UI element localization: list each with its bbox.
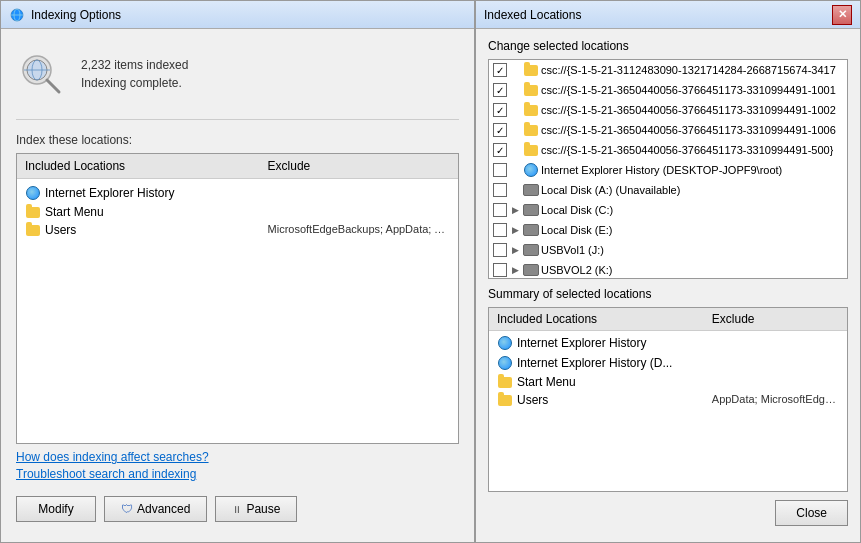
expand-icon[interactable]: ▶ xyxy=(509,244,521,256)
header-exclude: Exclude xyxy=(260,157,458,175)
header-included: Included Locations xyxy=(17,157,260,175)
tree-checkbox[interactable] xyxy=(493,223,507,237)
tree-item-label: Local Disk (C:) xyxy=(541,204,613,216)
bottom-links: How does indexing affect searches? Troub… xyxy=(16,444,459,488)
expand-icon[interactable]: ▶ xyxy=(509,224,521,236)
folder-icon xyxy=(523,82,539,98)
expand-icon[interactable]: ▶ xyxy=(509,264,521,276)
locations-tree: csc://{S-1-5-21-3112483090-1321714284-26… xyxy=(488,59,848,279)
dialog-close-button[interactable]: ✕ xyxy=(832,5,852,25)
how-does-link[interactable]: How does indexing affect searches? xyxy=(16,450,459,464)
ie-icon xyxy=(25,185,41,201)
tree-item-label: USBVol1 (J:) xyxy=(541,244,604,256)
tree-item[interactable]: ▶ USBVol1 (J:) xyxy=(489,240,847,260)
tree-checkbox[interactable] xyxy=(493,63,507,77)
window-icon xyxy=(9,7,25,23)
location-name: Users xyxy=(45,223,76,237)
dialog-titlebar: Indexed Locations ✕ xyxy=(476,1,860,29)
tree-item-label: USBVOL2 (K:) xyxy=(541,264,613,276)
tree-item-label: Local Disk (A:) (Unavailable) xyxy=(541,184,680,196)
pause-icon: ⏸ xyxy=(232,504,242,515)
summary-table: Included Locations Exclude Internet Expl… xyxy=(488,307,848,492)
list-item[interactable]: Start Menu xyxy=(17,203,458,221)
change-locations-label: Change selected locations xyxy=(488,39,848,53)
indexing-content: 2,232 items indexed Indexing complete. I… xyxy=(1,29,474,542)
summary-exclude xyxy=(704,374,847,376)
list-item: Start Menu xyxy=(489,373,847,391)
tree-item[interactable]: csc://{S-1-5-21-3112483090-1321714284-26… xyxy=(489,60,847,80)
tree-item[interactable]: csc://{S-1-5-21-3650440056-3766451173-33… xyxy=(489,80,847,100)
tree-item[interactable]: ▶ Local Disk (E:) xyxy=(489,220,847,240)
hdd-icon xyxy=(523,182,539,198)
status-area: 2,232 items indexed Indexing complete. xyxy=(16,39,459,114)
tree-item-label: csc://{S-1-5-21-3650440056-3766451173-33… xyxy=(541,144,833,156)
tree-item[interactable]: Internet Explorer History (DESKTOP-JOPF9… xyxy=(489,160,847,180)
troubleshoot-link[interactable]: Troubleshoot search and indexing xyxy=(16,467,459,481)
dialog-bottom: Close xyxy=(488,492,848,532)
tree-item[interactable]: ▶ USBVOL2 (K:) xyxy=(489,260,847,279)
summary-name: Start Menu xyxy=(517,375,576,389)
expand-icon[interactable]: ▶ xyxy=(509,204,521,216)
modify-button[interactable]: Modify xyxy=(16,496,96,522)
tree-checkbox[interactable] xyxy=(493,123,507,137)
dialog-content: Change selected locations csc://{S-1-5-2… xyxy=(476,29,860,542)
ie-icon xyxy=(523,162,539,178)
svg-line-7 xyxy=(47,80,59,92)
expand-icon xyxy=(509,84,521,96)
tree-item[interactable]: Local Disk (A:) (Unavailable) xyxy=(489,180,847,200)
locations-body: Internet Explorer History Start Menu xyxy=(17,179,458,243)
hdd-icon xyxy=(523,242,539,258)
pause-button[interactable]: ⏸ Pause xyxy=(215,496,297,522)
expand-icon xyxy=(509,184,521,196)
ie-icon xyxy=(497,355,513,371)
close-dialog-button[interactable]: Close xyxy=(775,500,848,526)
tree-checkbox[interactable] xyxy=(493,163,507,177)
summary-name: Internet Explorer History (D... xyxy=(517,356,672,370)
tree-checkbox[interactable] xyxy=(493,203,507,217)
folder-icon xyxy=(25,205,41,219)
tree-item[interactable]: csc://{S-1-5-21-3650440056-3766451173-33… xyxy=(489,140,847,160)
folder-icon xyxy=(523,102,539,118)
tree-item[interactable]: ▶ Local Disk (C:) xyxy=(489,200,847,220)
index-locations-label: Index these locations: xyxy=(16,133,459,147)
advanced-button[interactable]: 🛡 Advanced xyxy=(104,496,207,522)
tree-item-label: csc://{S-1-5-21-3650440056-3766451173-33… xyxy=(541,84,836,96)
indexing-complete: Indexing complete. xyxy=(81,76,188,90)
tree-checkbox[interactable] xyxy=(493,243,507,257)
folder-icon xyxy=(25,223,41,237)
indexing-options-window: Indexing Options 2,232 items indexed Ind… xyxy=(0,0,475,543)
tree-item[interactable]: csc://{S-1-5-21-3650440056-3766451173-33… xyxy=(489,100,847,120)
location-name: Internet Explorer History xyxy=(45,186,174,200)
tree-checkbox[interactable] xyxy=(493,183,507,197)
status-icon xyxy=(16,49,66,99)
tree-checkbox[interactable] xyxy=(493,83,507,97)
summary-header-included: Included Locations xyxy=(489,310,704,328)
tree-checkbox[interactable] xyxy=(493,103,507,117)
list-item[interactable]: Internet Explorer History xyxy=(17,183,458,203)
divider xyxy=(16,119,459,120)
exclude-value xyxy=(260,204,458,206)
window-title: Indexing Options xyxy=(31,8,121,22)
tree-item[interactable]: csc://{S-1-5-21-3650440056-3766451173-33… xyxy=(489,120,847,140)
list-item: Internet Explorer History xyxy=(489,333,847,353)
tree-item-label: csc://{S-1-5-21-3650440056-3766451173-33… xyxy=(541,104,836,116)
summary-exclude xyxy=(704,334,847,336)
summary-body: Internet Explorer History Internet Explo… xyxy=(489,331,847,411)
tree-checkbox[interactable] xyxy=(493,143,507,157)
hdd-icon xyxy=(523,202,539,218)
advanced-label: Advanced xyxy=(137,502,190,516)
list-item: Users AppData; MicrosoftEdgeBacku... xyxy=(489,391,847,409)
ie-icon xyxy=(497,335,513,351)
dialog-title: Indexed Locations xyxy=(484,8,581,22)
expand-icon xyxy=(509,144,521,156)
summary-name: Internet Explorer History xyxy=(517,336,646,350)
expand-icon xyxy=(509,164,521,176)
list-item[interactable]: Users MicrosoftEdgeBackups; AppData; App… xyxy=(17,221,458,239)
titlebar: Indexing Options xyxy=(1,1,474,29)
locations-header: Included Locations Exclude xyxy=(17,154,458,179)
tree-item-label: csc://{S-1-5-21-3650440056-3766451173-33… xyxy=(541,124,836,136)
expand-icon xyxy=(509,104,521,116)
tree-checkbox[interactable] xyxy=(493,263,507,277)
exclude-value xyxy=(260,184,458,186)
summary-name: Users xyxy=(517,393,548,407)
